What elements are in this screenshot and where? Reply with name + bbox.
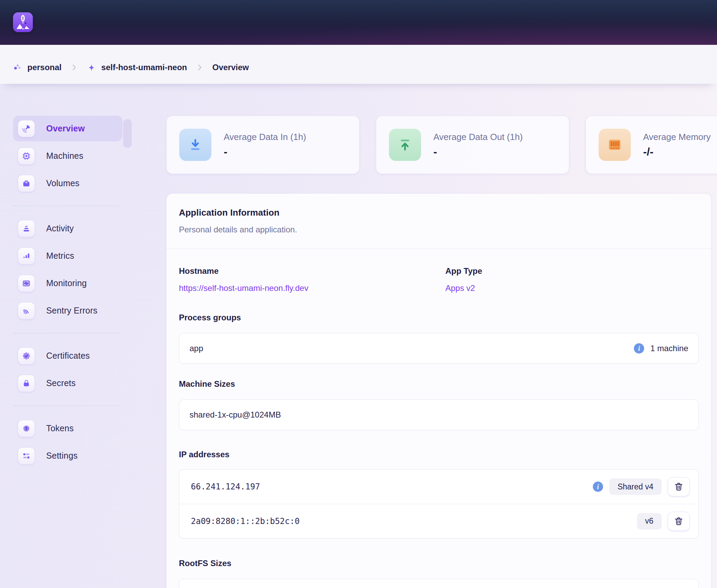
sidebar-item-certificates[interactable]: Certificates bbox=[13, 343, 122, 369]
stat-card-memory: Average Memory -/- bbox=[586, 116, 717, 174]
app-sparkle-icon bbox=[87, 63, 96, 72]
trash-icon bbox=[674, 516, 684, 526]
download-icon bbox=[187, 137, 203, 153]
sidebar-item-volumes[interactable]: Volumes bbox=[13, 170, 122, 196]
sentry-logo-icon bbox=[22, 306, 31, 316]
nav-icon-tile bbox=[18, 302, 35, 319]
info-icon[interactable]: i bbox=[634, 343, 644, 354]
sidebar-divider bbox=[13, 406, 121, 406]
stat-label: Average Memory bbox=[643, 132, 711, 142]
ip-type-badge: v6 bbox=[637, 513, 662, 529]
machines-chip-icon bbox=[22, 151, 31, 161]
sidebar-item-label: Activity bbox=[46, 223, 74, 233]
sidebar-divider bbox=[13, 333, 121, 333]
sidebar-item-sentry-errors[interactable]: Sentry Errors bbox=[13, 298, 122, 323]
nav-icon-tile bbox=[18, 275, 35, 292]
sidebar-item-activity[interactable]: Activity bbox=[13, 216, 122, 241]
stat-value: - bbox=[433, 145, 523, 158]
stat-card-data-in: Average Data In (1h) - bbox=[166, 116, 360, 174]
machine-sizes-label: Machine Sizes bbox=[179, 379, 699, 389]
monitoring-pulse-icon bbox=[22, 279, 31, 288]
app-type-field: App Type Apps v2 bbox=[445, 266, 699, 293]
sidebar-item-label: Tokens bbox=[46, 423, 74, 433]
topbar bbox=[0, 0, 717, 45]
nav-icon-tile bbox=[18, 375, 35, 392]
stat-label: Average Data In (1h) bbox=[224, 132, 306, 142]
sidebar-item-label: Metrics bbox=[46, 251, 74, 261]
nav-icon-tile bbox=[18, 347, 35, 365]
breadcrumb-org-item[interactable]: personal bbox=[13, 63, 62, 72]
breadcrumb: personal self-host-umami-neon Overview bbox=[0, 45, 717, 84]
stat-label: Average Data Out (1h) bbox=[433, 132, 523, 142]
secrets-lock-icon bbox=[22, 379, 31, 388]
fly-balloon-icon bbox=[13, 12, 33, 32]
app-type-label: App Type bbox=[445, 266, 699, 276]
card-subtitle: Personal details and application. bbox=[179, 225, 699, 235]
overview-pie-icon bbox=[22, 124, 31, 133]
info-icon[interactable]: i bbox=[593, 482, 603, 492]
breadcrumb-app-label: self-host-umami-neon bbox=[101, 63, 187, 72]
chevron-right-icon bbox=[70, 63, 79, 72]
ip-type-badge: Shared v4 bbox=[609, 478, 662, 495]
sidebar-item-label: Monitoring bbox=[46, 278, 87, 288]
sidebar-item-secrets[interactable]: Secrets bbox=[13, 370, 122, 396]
ip-addresses-label: IP addresses bbox=[179, 449, 699, 460]
delete-ip-button[interactable] bbox=[668, 477, 690, 496]
application-information-card: Application Information Personal details… bbox=[166, 193, 712, 588]
process-group-name: app bbox=[190, 344, 203, 353]
card-title: Application Information bbox=[179, 207, 699, 218]
stat-icon-tile bbox=[389, 129, 421, 161]
activity-layers-icon bbox=[22, 224, 31, 233]
sidebar-item-metrics[interactable]: Metrics bbox=[13, 243, 122, 269]
sidebar-item-label: Secrets bbox=[46, 378, 76, 388]
stat-value: - bbox=[224, 145, 306, 158]
sidebar-item-overview[interactable]: Overview bbox=[13, 116, 122, 141]
page-content: Overview Machines bbox=[0, 84, 717, 588]
sidebar-item-monitoring[interactable]: Monitoring bbox=[13, 270, 122, 296]
settings-toggles-icon bbox=[22, 451, 31, 461]
ip-v6-address: 2a09:8280:1::2b:b52c:0 bbox=[191, 516, 300, 526]
delete-ip-button[interactable] bbox=[668, 512, 690, 531]
stat-cards-row: Average Data In (1h) - Average Data Out … bbox=[166, 116, 712, 174]
nav-icon-tile bbox=[18, 175, 35, 192]
process-group-machine-count: 1 machine bbox=[650, 344, 688, 353]
fly-logo[interactable] bbox=[13, 12, 33, 32]
sidebar-item-label: Certificates bbox=[46, 351, 90, 361]
sidebar-divider bbox=[13, 206, 121, 206]
card-edge-decoration bbox=[123, 119, 132, 148]
breadcrumb-app-item[interactable]: self-host-umami-neon bbox=[87, 63, 187, 72]
nav-icon-tile bbox=[18, 148, 35, 165]
sidebar-item-label: Overview bbox=[46, 124, 85, 133]
process-groups-label: Process groups bbox=[179, 312, 699, 323]
sidebar-item-label: Machines bbox=[46, 151, 83, 161]
sidebar-item-machines[interactable]: Machines bbox=[13, 143, 122, 169]
rootfs-size-row: 171 MB i 1 machine bbox=[179, 579, 699, 588]
sidebar-item-label: Volumes bbox=[46, 178, 79, 188]
memory-icon bbox=[606, 136, 623, 153]
nav-icon-tile bbox=[18, 120, 35, 137]
breadcrumb-org-label: personal bbox=[27, 63, 62, 72]
sidebar-item-tokens[interactable]: Tokens bbox=[13, 416, 122, 441]
nav-icon-tile bbox=[18, 247, 35, 265]
ip-row-v6: 2a09:8280:1::2b:b52c:0 v6 bbox=[179, 504, 699, 538]
sidebar-item-label: Settings bbox=[46, 451, 78, 461]
breadcrumb-page-label: Overview bbox=[212, 63, 249, 72]
hostname-label: Hostname bbox=[179, 266, 445, 276]
ip-row-v4: 66.241.124.197 i Shared v4 bbox=[179, 470, 699, 504]
metrics-bars-icon bbox=[22, 251, 31, 261]
trash-icon bbox=[674, 482, 684, 492]
rootfs-sizes-label: RootFS Sizes bbox=[179, 558, 699, 568]
sidebar-item-label: Sentry Errors bbox=[46, 306, 97, 316]
stat-icon-tile bbox=[179, 129, 211, 161]
hostname-field: Hostname https://self-host-umami-neon.fl… bbox=[179, 266, 445, 293]
sidebar-item-settings[interactable]: Settings bbox=[13, 443, 122, 469]
upload-icon bbox=[397, 137, 413, 153]
stat-value: -/- bbox=[643, 145, 711, 158]
card-divider bbox=[167, 248, 711, 249]
app-type-value[interactable]: Apps v2 bbox=[445, 283, 475, 293]
hostname-link[interactable]: https://self-host-umami-neon.fly.dev bbox=[179, 283, 308, 293]
ip-v4-address: 66.241.124.197 bbox=[191, 482, 260, 491]
nav-icon-tile bbox=[18, 220, 35, 237]
stat-card-data-out: Average Data Out (1h) - bbox=[376, 116, 569, 174]
main-panel: Average Data In (1h) - Average Data Out … bbox=[166, 116, 712, 588]
